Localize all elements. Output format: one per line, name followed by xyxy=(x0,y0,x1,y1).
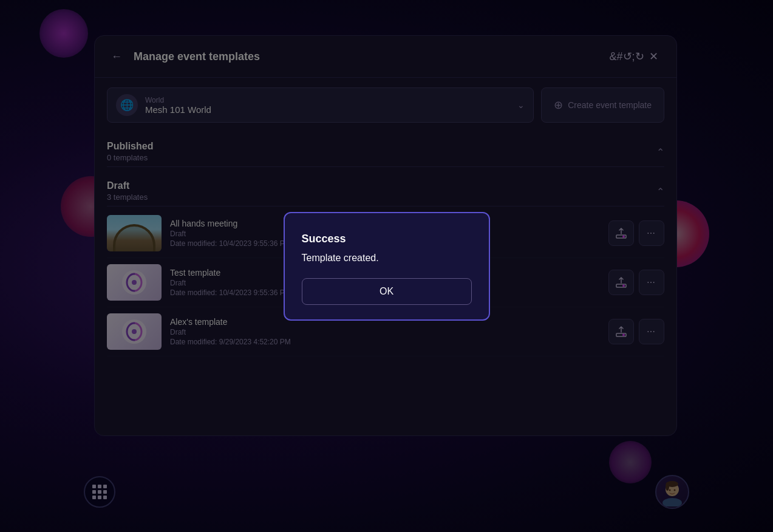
dialog-overlay: Success Template created. OK xyxy=(0,0,773,532)
success-dialog: Success Template created. OK xyxy=(284,212,490,321)
dialog-title: Success xyxy=(302,233,472,245)
dialog-ok-button[interactable]: OK xyxy=(302,278,472,305)
dialog-message: Template created. xyxy=(302,253,472,264)
